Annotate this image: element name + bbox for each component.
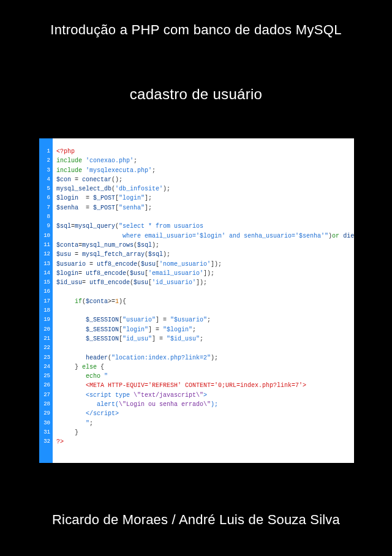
line-number: 24 <box>39 363 50 372</box>
line-number: 12 <box>39 250 50 259</box>
line-number: 30 <box>39 419 50 428</box>
line-number: 29 <box>39 409 50 418</box>
code-line: $usu = mysql_fetch_array($sql); <box>56 250 354 259</box>
code-line: $_SESSION["id_usu"] = "$id_usu"; <box>56 334 354 344</box>
line-number: 9 <box>39 222 50 231</box>
code-line: alert(\"Login ou senha errado\"); <box>56 400 354 409</box>
code-editor: 1234567891011121314151617181920212223242… <box>39 138 354 463</box>
code-line <box>56 212 354 222</box>
code-line: echo " <box>56 372 354 381</box>
line-number: 32 <box>39 437 50 446</box>
code-line: $senha = $_POST["senha"]; <box>56 203 354 212</box>
code-line: $sql=mysql_query("select * from usuarios <box>56 222 354 231</box>
line-number: 8 <box>39 212 50 222</box>
code-line: $login = $_POST["login"]; <box>56 193 354 203</box>
code-line: $conta=mysql_num_rows($sql); <box>56 241 354 250</box>
line-number: 10 <box>39 231 50 241</box>
code-line: "; <box>56 419 354 428</box>
page-subtitle: cadastro de usuário <box>0 86 392 103</box>
line-number: 5 <box>39 184 50 193</box>
line-number: 21 <box>39 334 50 344</box>
code-line: header("location:index.php?link=2"); <box>56 353 354 363</box>
code-line: } else { <box>56 363 354 372</box>
line-number: 19 <box>39 315 50 325</box>
line-number: 27 <box>39 391 50 400</box>
code-content: <?phpinclude 'conexao.php';include 'mysq… <box>53 138 354 463</box>
line-number-gutter: 1234567891011121314151617181920212223242… <box>39 138 53 463</box>
line-number: 3 <box>39 166 50 175</box>
code-line: <?php <box>56 147 354 156</box>
code-line: include 'mysqlexecuta.php'; <box>56 166 354 175</box>
line-number: 22 <box>39 344 50 353</box>
line-number: 13 <box>39 260 50 269</box>
code-line: <META HTTP-EQUIV='REFRESH' CONTENT='0;UR… <box>56 381 354 390</box>
line-number: 23 <box>39 353 50 363</box>
line-number: 26 <box>39 381 50 390</box>
code-line <box>56 306 354 315</box>
line-number: 1 <box>39 147 50 156</box>
line-number: 16 <box>39 287 50 296</box>
code-line <box>56 344 354 353</box>
line-number: 6 <box>39 193 50 203</box>
code-line: $con = conectar(); <box>56 175 354 184</box>
line-number: 4 <box>39 175 50 184</box>
line-number: 2 <box>39 156 50 165</box>
line-number: 15 <box>39 278 50 287</box>
line-number: 14 <box>39 269 50 278</box>
code-line: mysql_select_db('db_infosite'); <box>56 184 354 193</box>
code-line: $login= utf8_encode($usu['email_usuario'… <box>56 269 354 278</box>
code-line: include 'conexao.php'; <box>56 156 354 165</box>
line-number: 31 <box>39 428 50 437</box>
code-line: } <box>56 428 354 437</box>
line-number: 11 <box>39 241 50 250</box>
code-line: </script> <box>56 409 354 418</box>
code-line: ?> <box>56 437 354 446</box>
code-line: $_SESSION["usuario"] = "$usuario"; <box>56 315 354 325</box>
code-line: if($conta>=1){ <box>56 297 354 306</box>
line-number: 28 <box>39 400 50 409</box>
line-number: 17 <box>39 297 50 306</box>
code-line <box>56 287 354 296</box>
code-line: $usuario = utf8_encode($usu['nome_usuari… <box>56 260 354 269</box>
line-number: 20 <box>39 325 50 334</box>
page-title: Introdução a PHP com banco de dados MySQ… <box>0 22 392 38</box>
code-line: <script type \"text/javascript\"> <box>56 391 354 400</box>
code-line: $id_usu= utf8_encode($usu['id_usuario'])… <box>56 278 354 287</box>
authors-line: Ricardo de Moraes / André Luis de Souza … <box>0 512 392 528</box>
line-number: 18 <box>39 306 50 315</box>
line-number: 7 <box>39 203 50 212</box>
line-number: 25 <box>39 372 50 381</box>
code-line: $_SESSION["login"] = "$login"; <box>56 325 354 334</box>
code-line: where email_usuario='$login' and senha_u… <box>56 231 354 241</box>
